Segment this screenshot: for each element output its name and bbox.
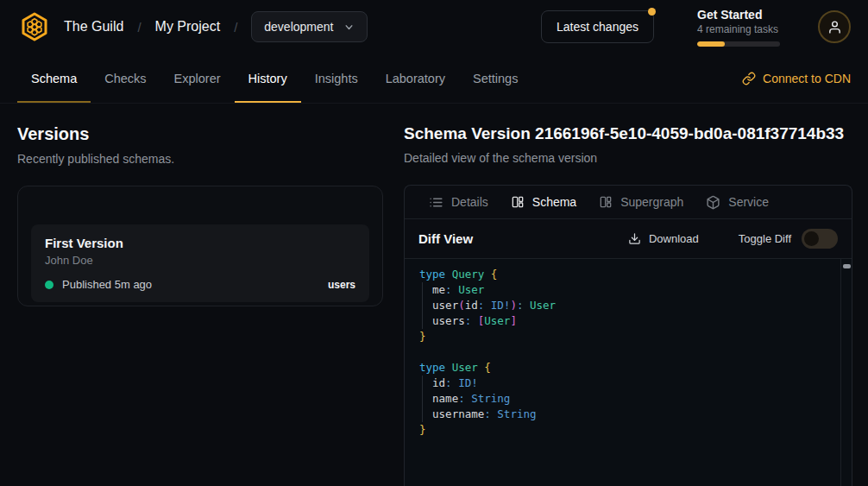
published-status-dot [45,281,53,289]
target-selector-dropdown[interactable]: development [251,11,368,42]
nav-tab-label: History [248,72,287,85]
panel-tab-label: Service [728,195,769,209]
version-author: John Doe [45,254,355,267]
columns-icon [511,195,525,209]
diff-view-title: Diff View [418,231,473,246]
nav-tab-label: Explorer [174,72,221,85]
list-icon [429,195,443,210]
panel-tab-label: Schema [532,195,576,209]
panel-tab-label: Supergraph [620,195,683,209]
nav-tab-settings[interactable]: Settings [459,54,531,103]
panel-tab-label: Details [451,195,488,209]
get-started-progress-bar [697,41,780,47]
code-scrollbar [840,259,852,486]
nav-tab-laboratory[interactable]: Laboratory [372,54,459,103]
version-list: First VersionJohn DoePublished 5m agouse… [31,224,369,302]
main-content: Versions Recently published schemas. Fir… [0,104,868,486]
toggle-diff-label: Toggle Diff [739,232,791,245]
breadcrumb-org[interactable]: The Guild [64,19,123,35]
code-line: me: User [419,282,836,298]
connect-to-cdn-link[interactable]: Connect to CDN [742,54,851,103]
code-scrollbar-thumb[interactable] [843,264,851,268]
nav-tab-underline [235,101,301,104]
version-meta: Published 5m agousers [45,278,355,291]
nav-tab-underline [160,101,235,104]
latest-changes-label: Latest changes [557,20,638,34]
link-icon [742,72,756,85]
notification-dot [648,8,656,16]
get-started-subtitle: 4 remaining tasks [697,23,780,35]
nav-tab-underline [91,101,160,104]
nav-tab-schema[interactable]: Schema [17,54,91,103]
nav-tab-underline [301,101,372,104]
connect-to-cdn-label: Connect to CDN [763,72,851,85]
nav-tab-checks[interactable]: Checks [91,54,160,103]
version-service-badge: users [328,279,355,291]
download-button[interactable]: Download [628,232,699,245]
chevron-down-icon [343,22,355,33]
nav-tabs: SchemaChecksExplorerHistoryInsightsLabor… [17,54,531,103]
versions-card: First VersionJohn DoePublished 5m agouse… [17,186,383,306]
nav-tab-underline [459,101,531,104]
nav-tab-insights[interactable]: Insights [301,54,372,103]
version-item[interactable]: First VersionJohn DoePublished 5m agouse… [31,224,369,302]
nav-tab-underline [17,101,91,104]
get-started-progress-fill [697,41,725,47]
user-avatar-button[interactable] [818,10,851,43]
nav-tab-label: Checks [104,72,146,85]
code-line: type User { [419,360,836,376]
target-selector-value: development [264,20,333,34]
toggle-diff-knob [804,231,819,246]
hive-logo-icon[interactable] [17,9,52,44]
download-icon [628,232,641,245]
versions-title: Versions [17,124,383,144]
code-line: } [419,422,836,438]
panel-tab-supergraph[interactable]: Supergraph [588,186,695,218]
nav-tab-underline [372,101,459,104]
panel-tabs: DetailsSchemaSupergraphService [405,186,852,219]
diff-toolbar: Diff View Download Toggle Diff [405,219,852,259]
breadcrumb-separator: / [137,20,141,35]
panel-tab-service[interactable]: Service [695,186,780,218]
download-label: Download [649,232,699,245]
breadcrumb-project[interactable]: My Project [155,19,221,35]
columns-icon [599,195,613,209]
schema-version-panel: DetailsSchemaSupergraphService Diff View… [404,185,852,486]
nav-tab-explorer[interactable]: Explorer [160,54,235,103]
code-line: id: ID! [419,376,836,391]
box-icon [706,195,720,210]
nav-tab-label: Laboratory [386,72,445,85]
code-line: type Query { [419,267,836,282]
schema-version-title: Schema Version 2166196f-5e10-4059-bd0a-0… [404,124,852,143]
diff-actions: Download Toggle Diff [628,229,838,249]
main-nav: SchemaChecksExplorerHistoryInsightsLabor… [0,54,868,104]
nav-tab-label: Schema [31,72,77,85]
get-started-title: Get Started [697,8,780,22]
panel-tab-details[interactable]: Details [418,186,500,218]
user-icon [827,20,842,35]
schema-version-subtitle: Detailed view of the schema version [404,151,852,165]
code-line: } [419,329,836,344]
version-status: Published 5m ago [62,278,152,291]
code-line: username: String [419,407,836,422]
nav-tab-label: Insights [315,72,358,85]
code-line: user(id: ID!): User [419,298,836,313]
top-header: The Guild / My Project / development Lat… [0,0,868,54]
nav-tab-history[interactable]: History [235,54,301,103]
code-line [419,344,836,360]
panel-tab-schema[interactable]: Schema [500,186,588,218]
version-name: First Version [45,236,355,250]
code-lines: type Query { me: User user(id: ID!): Use… [419,267,836,438]
nav-tab-label: Settings [473,72,518,85]
versions-subtitle: Recently published schemas. [17,152,383,166]
latest-changes-button[interactable]: Latest changes [541,10,654,43]
code-line: users: [User] [419,313,836,329]
get-started-widget[interactable]: Get Started 4 remaining tasks [697,8,780,47]
schema-version-column: Schema Version 2166196f-5e10-4059-bd0a-0… [404,124,852,486]
toggle-diff-switch[interactable] [802,229,838,249]
code-line: name: String [419,391,836,407]
breadcrumb-separator: / [234,20,237,35]
schema-code-viewer: type Query { me: User user(id: ID!): Use… [405,259,852,486]
versions-column: Versions Recently published schemas. Fir… [17,124,383,486]
